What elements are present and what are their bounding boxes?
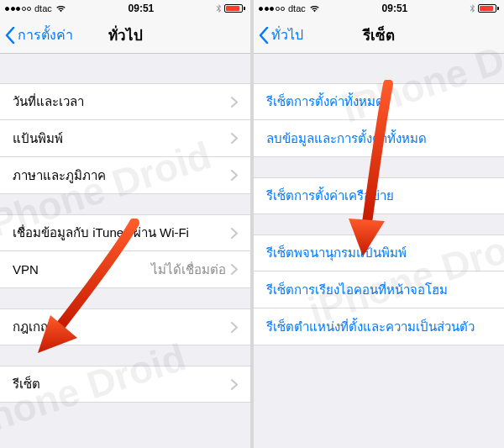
chevron-right-icon bbox=[231, 322, 238, 333]
cell-label: เชื่อมข้อมูลกับ iTunes ผ่าน Wi-Fi bbox=[13, 223, 231, 243]
row-reset-all-settings[interactable]: รีเซ็ตการตั้งค่าทั้งหมด bbox=[254, 83, 504, 120]
bluetooth-icon bbox=[216, 4, 222, 13]
chevron-right-icon bbox=[231, 379, 238, 390]
status-bar: dtac 09:51 bbox=[254, 0, 504, 17]
chevron-left-icon bbox=[259, 27, 269, 44]
battery-icon bbox=[224, 4, 245, 13]
back-label: การตั้งค่า bbox=[18, 24, 73, 45]
chevron-right-icon bbox=[231, 133, 238, 144]
cell-label: รีเซ็ตการตั้งค่าทั้งหมด bbox=[266, 92, 491, 112]
wifi-icon bbox=[55, 5, 66, 13]
row-date-time[interactable]: วันที่และเวลา bbox=[0, 83, 250, 120]
status-bar: dtac 09:51 bbox=[0, 0, 250, 17]
cell-label: ลบข้อมูลและการตั้งค่าทั้งหมด bbox=[266, 129, 491, 149]
chevron-left-icon bbox=[5, 27, 15, 44]
cell-label: รีเซ็ตการเรียงไอคอนที่หน้าจอโฮม bbox=[266, 280, 491, 300]
back-label: ทั่วไป bbox=[271, 24, 303, 45]
chevron-right-icon bbox=[231, 228, 238, 239]
nav-title: รีเซ็ต bbox=[363, 24, 395, 46]
cell-label: VPN bbox=[13, 262, 151, 277]
status-time: 09:51 bbox=[382, 3, 408, 14]
cell-label: รีเซ็ต bbox=[13, 374, 231, 394]
back-button[interactable]: การตั้งค่า bbox=[5, 24, 73, 45]
cell-label: รีเซ็ตตำแหน่งที่ตั้งและความเป็นส่วนตัว bbox=[266, 317, 491, 337]
chevron-right-icon bbox=[231, 97, 238, 108]
chevron-right-icon bbox=[231, 264, 238, 275]
row-reset-location-privacy[interactable]: รีเซ็ตตำแหน่งที่ตั้งและความเป็นส่วนตัว bbox=[254, 308, 504, 345]
cell-label: แป้นพิมพ์ bbox=[13, 129, 231, 149]
cell-label: กฎเกณฑ์ bbox=[13, 317, 231, 337]
row-reset-home-layout[interactable]: รีเซ็ตการเรียงไอคอนที่หน้าจอโฮม bbox=[254, 271, 504, 308]
back-button[interactable]: ทั่วไป bbox=[259, 24, 303, 45]
phone-left: dtac 09:51 การตั้งค่า ทั่วไป วันที่และเว… bbox=[0, 0, 250, 448]
cell-label: รีเซ็ตการตั้งค่าเครือข่าย bbox=[266, 186, 491, 206]
signal-icon bbox=[259, 7, 285, 11]
row-keyboard[interactable]: แป้นพิมพ์ bbox=[0, 120, 250, 157]
chevron-right-icon bbox=[231, 170, 238, 181]
nav-bar: การตั้งค่า ทั่วไป bbox=[0, 17, 250, 54]
cell-label: ภาษาและภูมิภาค bbox=[13, 166, 231, 186]
row-reset[interactable]: รีเซ็ต bbox=[0, 366, 250, 403]
row-erase-all[interactable]: ลบข้อมูลและการตั้งค่าทั้งหมด bbox=[254, 120, 504, 157]
row-vpn[interactable]: VPN ไม่ได้เชื่อมต่อ bbox=[0, 251, 250, 288]
row-language-region[interactable]: ภาษาและภูมิภาค bbox=[0, 157, 250, 194]
row-reset-network[interactable]: รีเซ็ตการตั้งค่าเครือข่าย bbox=[254, 177, 504, 214]
carrier-label: dtac bbox=[34, 3, 52, 13]
phone-right: dtac 09:51 ทั่วไป รีเซ็ต รีเซ็ตการตั้งค่… bbox=[254, 0, 504, 448]
battery-icon bbox=[478, 4, 499, 13]
cell-value: ไม่ได้เชื่อมต่อ bbox=[151, 260, 226, 280]
signal-icon bbox=[5, 7, 31, 11]
cell-label: รีเซ็ตพจนานุกรมแป้นพิมพ์ bbox=[266, 243, 491, 263]
row-reset-keyboard-dict[interactable]: รีเซ็ตพจนานุกรมแป้นพิมพ์ bbox=[254, 235, 504, 271]
wifi-icon bbox=[309, 5, 320, 13]
row-itunes-wifi-sync[interactable]: เชื่อมข้อมูลกับ iTunes ผ่าน Wi-Fi bbox=[0, 214, 250, 251]
row-regulatory[interactable]: กฎเกณฑ์ bbox=[0, 308, 250, 345]
carrier-label: dtac bbox=[288, 3, 306, 13]
bluetooth-icon bbox=[470, 4, 475, 13]
status-time: 09:51 bbox=[129, 3, 155, 14]
cell-label: วันที่และเวลา bbox=[13, 92, 231, 112]
nav-bar: ทั่วไป รีเซ็ต bbox=[254, 17, 504, 54]
nav-title: ทั่วไป bbox=[108, 24, 143, 46]
